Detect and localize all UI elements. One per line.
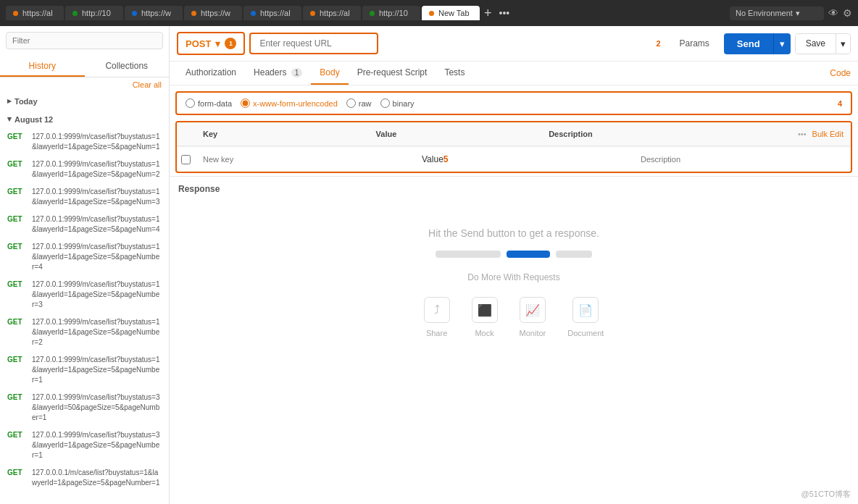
monitor-icon[interactable]: 📈 xyxy=(520,297,546,323)
placeholder-bar-2 xyxy=(556,251,592,258)
history-item[interactable]: GET127.0.0.1:9999/m/case/list?buystatus=… xyxy=(0,156,169,183)
main-layout: History Collections Clear all ▸ Today ▾ … xyxy=(0,26,858,504)
tab-dot-1 xyxy=(13,11,18,16)
kv-table: Key Value Description ••• Bulk Edit Valu… xyxy=(175,121,852,173)
history-url: 127.0.0.1:9999/m/case/list?buystatus=3&l… xyxy=(32,430,162,461)
method-badge: GET xyxy=(7,355,28,364)
history-item[interactable]: GET127.0.0.1:9999/m/case/list?buystatus=… xyxy=(0,128,169,156)
radio-form-data[interactable]: form-data xyxy=(186,98,232,108)
feature-share: ⤴ Share xyxy=(424,297,450,337)
tab-4[interactable]: https://w xyxy=(184,6,242,20)
code-link[interactable]: Code xyxy=(830,68,851,78)
url-input[interactable] xyxy=(249,33,378,54)
save-dropdown-button[interactable]: ▾ xyxy=(836,34,850,54)
history-list: ▸ Today ▾ August 12 GET127.0.0.1:9999/m/… xyxy=(0,92,169,504)
mock-label: Mock xyxy=(475,329,493,337)
group-aug12[interactable]: ▾ August 12 xyxy=(0,110,169,128)
gear-icon[interactable]: ⚙ xyxy=(843,7,852,19)
save-btn-group: Save ▾ xyxy=(795,33,851,54)
method-badge: GET xyxy=(7,214,28,223)
history-item[interactable]: GET127.0.0.1:9999/m/case/list?buystatus=… xyxy=(0,211,169,238)
history-item[interactable]: GET127.0.0.0.1/m/case/list?buystatus=1&l… xyxy=(0,464,169,492)
clear-all-button[interactable]: Clear all xyxy=(0,77,169,92)
tab-8[interactable]: New Tab xyxy=(422,6,480,20)
tab-3[interactable]: https://w xyxy=(125,6,183,20)
pre-request-label: Pre-request Script xyxy=(357,67,428,77)
send-button[interactable]: Send xyxy=(724,33,773,54)
tab-label-8: New Tab xyxy=(438,9,470,17)
radio-binary[interactable]: binary xyxy=(380,98,415,108)
eye-icon[interactable]: 👁 xyxy=(828,7,838,19)
feature-mock: ⬛ Mock xyxy=(472,297,498,337)
tab-tests[interactable]: Tests xyxy=(436,62,473,85)
tab-body[interactable]: Body xyxy=(311,62,348,85)
send-dropdown-button[interactable]: ▾ xyxy=(773,33,791,54)
method-chevron-icon: ▾ xyxy=(215,38,220,49)
save-button[interactable]: Save xyxy=(796,34,836,54)
kv-actions: ••• Bulk Edit xyxy=(791,127,851,141)
tab-label-5: https://al xyxy=(260,9,291,17)
body-options: form-data x-www-form-urlencoded raw bina… xyxy=(175,91,852,115)
kv-row-checkbox[interactable] xyxy=(181,155,191,164)
kv-new-key-input[interactable] xyxy=(203,155,404,164)
tab-5[interactable]: https://al xyxy=(243,6,301,20)
tab-history[interactable]: History xyxy=(0,55,85,77)
share-icon[interactable]: ⤴ xyxy=(424,297,450,323)
kv-desc-cell xyxy=(632,151,851,167)
group-today[interactable]: ▸ Today xyxy=(0,92,169,110)
radio-urlencoded[interactable]: x-www-form-urlencoded xyxy=(241,98,338,108)
tab-collections[interactable]: Collections xyxy=(85,55,170,77)
kv-value-cell: Value5 xyxy=(413,151,632,167)
request-bar: POST ▾ 1 2 Params Send ▾ Save ▾ xyxy=(170,26,858,62)
tab-label-3: https://w xyxy=(141,9,171,17)
kv-new-key-cell xyxy=(194,151,413,167)
tab-headers[interactable]: Headers 1 xyxy=(245,62,311,85)
history-url: 127.0.0.1:9999/m/case/list?buystatus=3&l… xyxy=(32,392,162,423)
history-item[interactable]: GET127.0.0.1:9999/m/case/list?buystatus=… xyxy=(0,351,169,389)
history-url: 127.0.0.1:9999/m/case/list?buystatus=1&l… xyxy=(32,187,162,207)
tab-2[interactable]: http://10 xyxy=(65,6,123,20)
tab-authorization[interactable]: Authorization xyxy=(177,62,245,85)
kv-desc-input[interactable] xyxy=(641,155,842,164)
filter-input[interactable] xyxy=(6,32,163,49)
tab-dot-5 xyxy=(251,11,256,16)
tab-dot-8 xyxy=(429,11,434,16)
tab-7[interactable]: http://10 xyxy=(362,6,420,20)
tab-add-button[interactable]: + xyxy=(481,6,495,21)
radio-raw[interactable]: raw xyxy=(346,98,372,108)
arrow-down-icon: ▾ xyxy=(7,114,12,124)
body-label: Body xyxy=(320,67,339,77)
kv-value-label: Value xyxy=(422,154,443,164)
send-btn-group: Send ▾ xyxy=(724,33,791,54)
history-item[interactable]: GET127.0.0.1:9999/m/case/list?buystatus=… xyxy=(0,314,169,351)
history-url: 127.0.0.1:9999/m/case/list?buystatus=1&l… xyxy=(32,214,162,235)
method-badge: GET xyxy=(7,317,28,326)
history-item[interactable]: GET127.0.0.1:9999/m/case/list?buystatus=… xyxy=(0,183,169,211)
response-label: Response xyxy=(178,184,849,194)
kv-table-header: Key Value Description ••• Bulk Edit xyxy=(177,122,851,146)
params-button[interactable]: Params xyxy=(670,34,720,53)
history-url: 127.0.0.1:9999/m/case/list?buystatus=1&l… xyxy=(32,242,162,272)
raw-label: raw xyxy=(359,99,372,108)
tab-1[interactable]: https://al xyxy=(6,6,64,20)
history-item[interactable]: GET127.0.0.1:9999/m/case/list?buystatus=… xyxy=(0,427,169,464)
history-url: 127.0.0.1:9999/m/case/list?buystatus=1&l… xyxy=(32,159,162,180)
tab-pre-request[interactable]: Pre-request Script xyxy=(349,62,436,85)
environment-selector[interactable]: No Environment ▾ xyxy=(730,7,824,20)
response-empty-state: Hit the Send button to get a response. D… xyxy=(178,206,849,345)
history-item[interactable]: GET127.0.0.1:9999/m/case/list?buystatus=… xyxy=(0,238,169,276)
bulk-edit-button[interactable]: Bulk Edit xyxy=(812,130,844,138)
method-num-badge: 1 xyxy=(225,38,236,49)
arrow-icon: ▸ xyxy=(7,96,12,106)
tab-more-button[interactable]: ••• xyxy=(496,7,513,19)
mock-icon[interactable]: ⬛ xyxy=(472,297,498,323)
method-badge: GET xyxy=(7,187,28,196)
history-item[interactable]: GET127.0.0.1:9999/m/case/list?buystatus=… xyxy=(0,276,169,314)
watermark: @51CTO博客 xyxy=(801,489,851,500)
history-item[interactable]: GET127.0.0.1:9999/m/case/list?buystatus=… xyxy=(0,389,169,427)
method-dropdown[interactable]: POST ▾ 1 xyxy=(177,32,245,55)
document-icon[interactable]: 📄 xyxy=(572,297,599,323)
tab-6[interactable]: https://al xyxy=(303,6,361,20)
placeholder-bar-1 xyxy=(436,251,501,258)
history-url: 127.0.0.1:9999/m/case/list?buystatus=1&l… xyxy=(32,280,162,310)
